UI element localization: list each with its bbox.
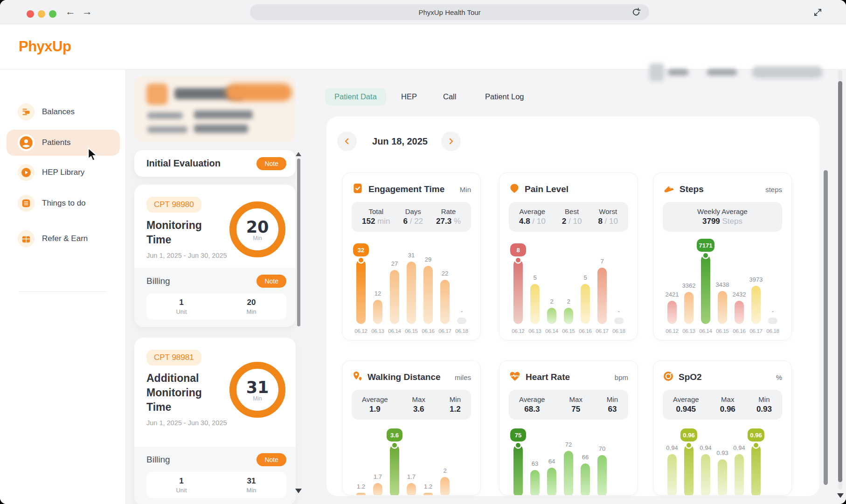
bar-highlight-dot [687,443,691,448]
bar-column: 1.7 [369,473,386,496]
note-button[interactable]: Note [257,275,286,288]
bar [667,301,677,324]
bar [407,483,416,496]
metric-card-unit: miles [455,373,471,381]
patient-action-button-blurred[interactable] [226,83,292,101]
bar-value-badge: 32 [353,243,369,256]
panel-scrollbar[interactable] [824,170,828,485]
header-blurred-badge [752,66,823,78]
bar-column: 506.16 [577,274,594,335]
sidebar-item-things-to-do[interactable]: Things to do [7,190,120,216]
metric-card-header: Walking Distancemiles [352,370,471,384]
bar-highlight-dot [359,258,363,262]
sidebar-item-balances[interactable]: Balances [7,99,120,125]
billing-values-box: 1 Unit 20 Min [146,293,286,319]
bar [701,255,710,324]
sidebar-item-hep-library[interactable]: HEP Library [7,159,120,186]
bar-highlight-dot [754,443,758,448]
note-button[interactable]: Note [257,157,286,170]
bar-date-label: 06.18 [612,328,625,335]
bar [614,318,624,324]
bar-value-badge: 0.96 [680,428,697,442]
bar-column: 2706.14 [386,260,403,335]
page-scroll-down-arrow[interactable] [837,493,844,498]
stat-label: Days [405,207,421,215]
metric-card-heart: Heart RatebpmAverage68.3Max75Min63756364… [499,360,638,496]
metric-card-spo2: SpO2%Average0.945Max0.96Min0.930.940.960… [653,360,792,496]
bar-chart-walking: 1.21.73.61.71.22 [352,426,471,496]
stat-days: Days6 / 22 [403,207,423,226]
balances-icon [18,104,35,120]
stat-average: Average0.945 [673,395,699,414]
bar-date-label: 06.14 [388,328,401,335]
phyxup-logo[interactable]: PhyxUp [19,38,71,55]
browser-forward-button[interactable]: → [82,6,92,18]
stat-label: Max [721,395,734,403]
browser-back-button[interactable]: ← [65,6,76,18]
bar-date-label: 06.17 [596,328,608,335]
note-button[interactable]: Note [257,453,286,466]
patient-column-scrollbar[interactable] [297,159,300,326]
bar [735,301,744,324]
bar [423,493,433,496]
initial-evaluation-card: Initial Evaluation Note [134,150,296,177]
bar-value-label: 2421 [666,291,679,298]
bar-column: 336206.13 [680,282,697,335]
bar [701,454,710,496]
bar-value-label: 22 [442,270,448,277]
stat-label: Average [673,395,699,403]
tab-patient-data[interactable]: Patient Data [325,88,386,105]
stat-rate: Rate27.3 % [436,207,461,226]
sidebar: Balances Patients HEP Library [0,69,126,504]
tab-hep[interactable]: HEP [401,92,417,101]
metric-card-unit: steps [765,186,782,193]
bar-value-label: 2 [443,467,446,474]
bar-value-label: 66 [582,454,589,461]
sidebar-item-refer-earn[interactable]: Refer & Earn [7,226,120,252]
bar-value-label: 2 [550,298,553,305]
stat-average: Average4.8 / 10 [519,207,546,226]
tab-patient-log[interactable]: Patient Log [485,92,524,101]
bar [564,451,573,496]
bar [718,291,727,324]
bar [751,445,761,496]
bar-column: 0.93 [714,449,731,496]
bar-column: 343806.15 [714,281,731,335]
patient-data-panel: Jun 18, 2025 Engagement TimeMinTotal152 … [326,117,819,496]
date-prev-button[interactable] [337,131,357,151]
date-next-button[interactable] [441,131,461,151]
window-close-button[interactable] [27,10,34,18]
stat-min: Min1.2 [450,395,461,414]
page-scrollbar[interactable] [838,81,842,482]
patient-summary-card [134,76,296,142]
stat-label: Worst [599,207,617,215]
bar-date-label: 06.15 [562,328,575,335]
scroll-down-arrow[interactable] [295,489,302,493]
address-bar[interactable]: PhyxUp Health Tour [250,4,649,20]
minutes-ring-unit: Min [253,395,262,402]
metric-card-header: Engagement TimeMin [352,182,471,196]
bar-highlight-dot [516,443,520,448]
window-minimize-button[interactable] [38,10,45,18]
header-blurred-icon [649,63,664,81]
bar-value-label: 5 [583,274,587,281]
scroll-up-arrow[interactable] [296,152,301,156]
window-zoom-button[interactable] [49,10,56,18]
billing-min-value: 20 [247,298,256,307]
bar-date-label: 06.12 [512,328,524,335]
stat-min: Min0.93 [756,395,772,414]
bar-column: -06.18 [764,308,781,335]
patient-avatar [146,83,168,105]
fullscreen-icon[interactable] [813,8,822,19]
bar-date-label: 06.12 [666,328,678,335]
spo2-icon [663,371,674,384]
bar-value-label: 1.7 [407,473,416,480]
tab-call[interactable]: Call [443,92,456,101]
bar-date-label: 06.16 [422,328,434,335]
stat-total: Total152 min [362,207,390,226]
sidebar-item-patients[interactable]: Patients [7,130,120,156]
refresh-icon[interactable] [631,7,641,19]
cpt-card-monitoring-time: CPT 98980 Monitoring Time Jun 1, 2025 - … [134,185,296,327]
browser-toolbar: ← → PhyxUp Health Tour [0,0,846,24]
bar-date-label: 06.16 [733,328,745,335]
